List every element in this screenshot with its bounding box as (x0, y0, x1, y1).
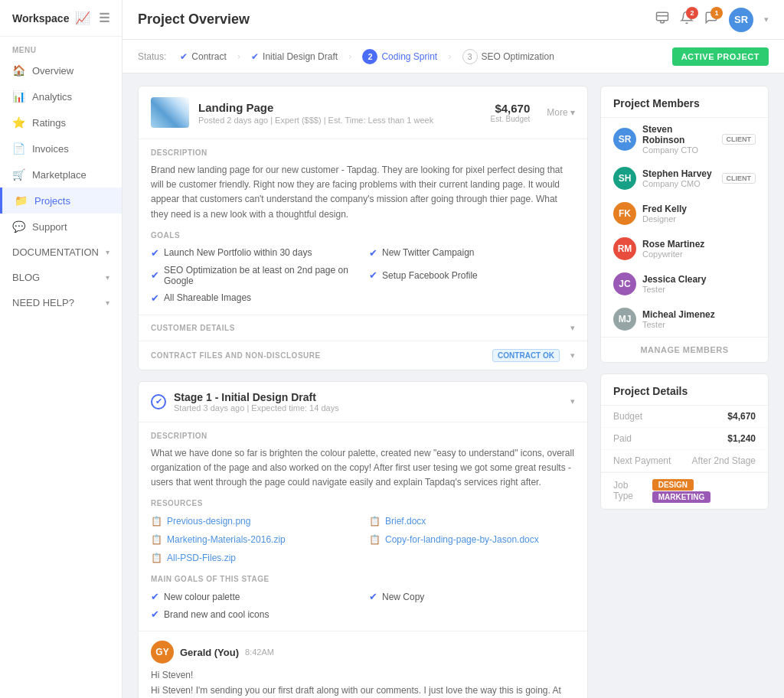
sidebar-item-support[interactable]: 💬 Support (0, 214, 122, 240)
sidebar-logo: Workspace 📈 ☰ (0, 0, 122, 37)
resource-2[interactable]: 📋 Brief.docx (369, 514, 575, 529)
member-info-4: Rose Martinez Copywriter (642, 239, 756, 259)
inbox-button[interactable] (655, 11, 669, 28)
detail-paid: Paid $1,240 (601, 428, 768, 450)
member-name-2: Stephen Harvey (642, 168, 716, 179)
resource-5[interactable]: 📋 All-PSD-Files.zip (151, 550, 357, 566)
project-meta: Posted 2 days ago | Expert ($$$) | Est. … (198, 116, 482, 125)
detail-paid-value: $1,240 (727, 433, 756, 444)
stage-goal-text-3: Brand new and cool icons (164, 609, 269, 620)
trend-icon: 📈 (75, 11, 90, 25)
support-icon: 💬 (12, 220, 24, 233)
goal-check-1: ✔ (151, 247, 159, 259)
member-5: JC Jessica Cleary Tester (601, 266, 768, 302)
step-seo[interactable]: 3 SEO Optimization (458, 49, 559, 64)
member-avatar-2: SH (613, 167, 636, 190)
sidebar: Workspace 📈 ☰ MENU 🏠 Overview 📊 Analytic… (0, 0, 122, 698)
blog-label: BLOG (12, 272, 40, 283)
stage-goal-1: ✔ New colour palette (151, 589, 357, 604)
resource-3[interactable]: 📋 Marketing-Materials-2016.zip (151, 532, 357, 547)
messages-button[interactable]: 1 (704, 11, 718, 28)
invoice-icon: 📄 (12, 142, 24, 155)
hamburger-menu[interactable]: ☰ (99, 11, 109, 25)
stage-goals-title: MAIN GOALS OF THIS STAGE (151, 575, 575, 583)
contract-files-title: CONTRACT FILES AND NON-DISCLOSURE (151, 351, 321, 360)
projects-icon: 📁 (15, 194, 27, 207)
contract-files-right: CONTRACT OK ▾ (492, 349, 575, 362)
member-avatar-4: RM (613, 237, 636, 260)
main-content: Project Overview 2 1 SR ▾ Status: ✔ Cont… (122, 0, 784, 698)
menu-section-title: MENU (0, 37, 122, 57)
goals-title: GOALS (151, 231, 575, 240)
comment-time: 8:42AM (245, 647, 274, 657)
member-info-3: Fred Kelly Designer (642, 204, 756, 223)
contract-chevron: ▾ (570, 351, 575, 360)
file-icon-5: 📋 (151, 553, 162, 563)
file-icon-2: 📋 (369, 516, 381, 527)
goal-check-3: ✔ (151, 292, 159, 304)
sidebar-item-ratings[interactable]: ⭐ Ratings (0, 109, 122, 135)
step-coding-sprint[interactable]: 2 Coding Sprint (358, 49, 442, 64)
need-help-label: NEED HELP? (12, 297, 74, 308)
sidebar-item-analytics[interactable]: 📊 Analytics (0, 83, 122, 109)
sidebar-label-projects: Projects (34, 195, 70, 207)
status-bar: Status: ✔ Contract › ✔ Initial Design Dr… (122, 40, 784, 73)
documentation-section[interactable]: DOCUMENTATION ▾ (0, 240, 122, 265)
project-header: Landing Page Posted 2 days ago | Expert … (139, 86, 587, 139)
member-info-2: Stephen Harvey Company CMO (642, 168, 716, 188)
user-menu-chevron[interactable]: ▾ (764, 15, 769, 24)
member-role-1: Company CTO (642, 145, 716, 155)
stage-goals-list: ✔ New colour palette ✔ New Copy ✔ Brand … (151, 589, 575, 621)
member-avatar-3: FK (613, 202, 636, 225)
user-avatar[interactable]: SR (729, 8, 753, 32)
stage1-description-section: DESCRIPTION What we have done so far is … (139, 422, 587, 500)
blog-chevron: ▾ (106, 273, 109, 282)
sidebar-item-overview[interactable]: 🏠 Overview (0, 57, 122, 83)
notifications-badge: 2 (686, 7, 698, 19)
blog-section[interactable]: BLOG ▾ (0, 265, 122, 290)
sidebar-item-marketplace[interactable]: 🛒 Marketplace (0, 161, 122, 188)
project-title: Landing Page (198, 101, 482, 114)
resource-name-5: All-PSD-Files.zip (167, 553, 236, 563)
documentation-chevron: ▾ (106, 248, 109, 256)
customer-details-section[interactable]: CUSTOMER DETAILS ▾ (139, 315, 587, 341)
description-text: Brand new landing page for our new custo… (151, 163, 575, 222)
member-name-3: Fred Kelly (642, 204, 756, 214)
star-icon: ⭐ (12, 116, 24, 129)
goals-list: ✔ Launch New Portfolio within 30 days ✔ … (151, 246, 575, 305)
sidebar-item-invoices[interactable]: 📄 Invoices (0, 135, 122, 161)
member-role-6: Tester (642, 320, 756, 329)
sidebar-item-projects[interactable]: 📁 Projects (0, 188, 122, 214)
stage-goals-section: MAIN GOALS OF THIS STAGE ✔ New colour pa… (139, 575, 587, 631)
manage-members-button[interactable]: MANAGE MEMBERS (640, 345, 728, 354)
step-initial-design[interactable]: ✔ Initial Design Draft (247, 51, 342, 62)
member-info-5: Jessica Cleary Tester (642, 274, 756, 294)
goal-item-3: ✔ All Shareable Images (151, 291, 357, 305)
tag-marketing: MARKETING (652, 491, 711, 503)
step-contract[interactable]: ✔ Contract (175, 51, 230, 62)
member-role-5: Tester (642, 285, 756, 294)
stage1-meta: Started 3 days ago | Expected time: 14 d… (174, 403, 339, 413)
budget-label: Est. Budget (491, 115, 531, 123)
goal-item-2: ✔ SEO Optimization be at least on 2nd pa… (151, 263, 357, 288)
notifications-button[interactable]: 2 (680, 11, 694, 28)
goal-check-5: ✔ (369, 269, 377, 281)
marketplace-icon: 🛒 (12, 168, 24, 181)
contract-files-section[interactable]: CONTRACT FILES AND NON-DISCLOSURE CONTRA… (139, 341, 587, 370)
project-card: Landing Page Posted 2 days ago | Expert … (138, 86, 588, 370)
stage1-header[interactable]: ✔ Stage 1 - Initial Design Draft Started… (139, 382, 587, 422)
member-info-6: Micheal Jimenez Tester (642, 309, 756, 329)
step-initial-design-label: Initial Design Draft (263, 51, 338, 62)
sep1: › (237, 51, 240, 62)
more-button[interactable]: More ▾ (547, 107, 575, 118)
active-project-button[interactable]: ACTIVE PROJECT (672, 47, 769, 66)
resource-name-3: Marketing-Materials-2016.zip (167, 534, 286, 545)
member-role-2: Company CMO (642, 179, 716, 188)
member-tag-2: CLIENT (722, 173, 756, 184)
resource-4[interactable]: 📋 Copy-for-landing-page-by-Jason.docx (369, 532, 575, 547)
resource-1[interactable]: 📋 Previous-design.png (151, 514, 357, 529)
need-help-section[interactable]: NEED HELP? ▾ (0, 290, 122, 315)
detail-payment-label: Next Payment (613, 455, 671, 466)
sep2: › (348, 51, 351, 62)
goal-item-1: ✔ Launch New Portfolio within 30 days (151, 246, 357, 260)
